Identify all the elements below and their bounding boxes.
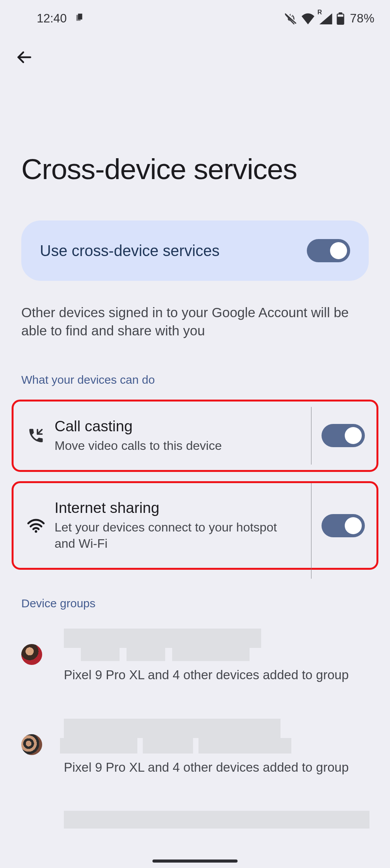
row-call-casting[interactable]: Call casting Move video calls to this de… — [14, 402, 376, 470]
device-group-row[interactable]: Pixel 9 Pro XL and 4 other devices added… — [0, 621, 390, 692]
wifi-icon — [301, 13, 315, 24]
redacted-name — [64, 629, 369, 648]
signal-icon: R — [319, 13, 333, 24]
roaming-indicator: R — [317, 9, 322, 16]
back-button[interactable] — [15, 49, 32, 67]
call-casting-toggle[interactable] — [322, 424, 365, 447]
battery-text: 78% — [350, 12, 375, 26]
svg-rect-2 — [339, 12, 343, 14]
master-toggle-card[interactable]: Use cross-device services — [21, 220, 369, 281]
highlight-internet-sharing: Internet sharing Let your devices connec… — [12, 481, 378, 570]
row-divider — [311, 483, 311, 579]
section-header-device-groups: Device groups — [0, 570, 390, 610]
device-group-row[interactable] — [0, 803, 390, 836]
status-bar: 12:40 R 78% — [0, 0, 390, 26]
section-header-capabilities: What your devices can do — [0, 340, 390, 386]
phone-callback-icon — [21, 427, 51, 444]
internet-sharing-toggle[interactable] — [322, 514, 365, 537]
internet-sharing-title: Internet sharing — [55, 499, 295, 516]
status-left: 12:40 — [37, 12, 85, 26]
row-divider — [311, 407, 311, 465]
nfc-icon — [75, 12, 85, 26]
wifi-icon — [21, 518, 51, 533]
highlight-call-casting: Call casting Move video calls to this de… — [12, 400, 378, 472]
call-casting-subtitle: Move video calls to this device — [55, 438, 295, 454]
device-group-subtitle: Pixel 9 Pro XL and 4 other devices added… — [64, 666, 369, 684]
avatar — [21, 734, 42, 755]
device-group-row[interactable]: Pixel 9 Pro XL and 4 other devices added… — [0, 711, 390, 784]
status-time: 12:40 — [37, 12, 67, 26]
battery-icon — [337, 12, 344, 25]
row-internet-sharing[interactable]: Internet sharing Let your devices connec… — [14, 483, 376, 568]
home-indicator[interactable] — [152, 859, 238, 863]
svg-point-5 — [35, 530, 37, 532]
avatar — [21, 644, 42, 665]
master-toggle-description: Other devices signed in to your Google A… — [0, 281, 390, 340]
page-title: Cross-device services — [0, 67, 390, 186]
svg-rect-3 — [338, 15, 343, 17]
master-toggle-label: Use cross-device services — [40, 242, 220, 260]
device-group-subtitle: Pixel 9 Pro XL and 4 other devices added… — [64, 759, 369, 776]
internet-sharing-subtitle: Let your devices connect to your hotspot… — [55, 519, 295, 552]
master-toggle-switch[interactable] — [307, 239, 350, 262]
vibrate-icon — [284, 12, 297, 25]
call-casting-title: Call casting — [55, 418, 295, 435]
status-right: R 78% — [284, 12, 375, 26]
